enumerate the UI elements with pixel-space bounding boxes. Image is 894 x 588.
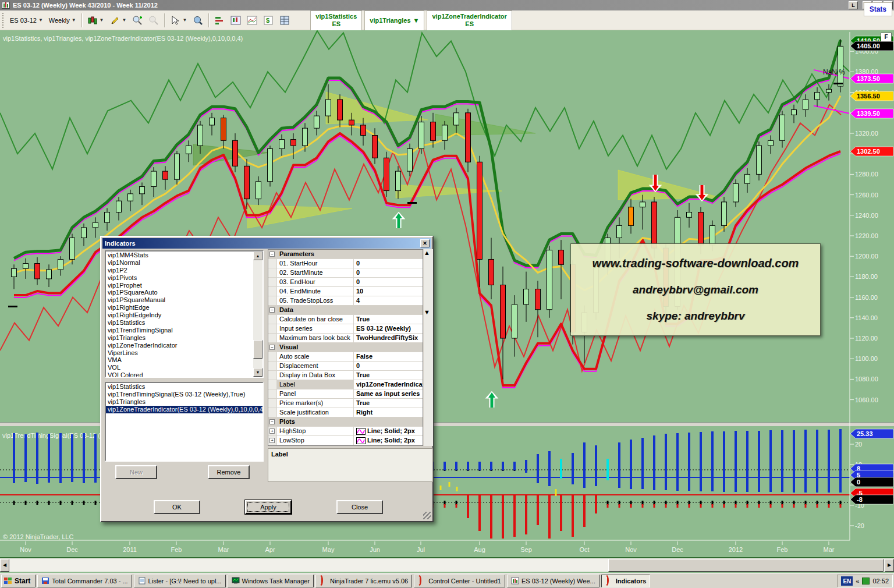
list-item[interactable]: vip1Prophet [106,282,262,289]
scroll-down-icon[interactable]: ▼ [253,368,262,377]
list-item[interactable]: vip1Normal [106,259,262,267]
available-indicators-list[interactable]: vip1MM4Statsvip1Normalvip1P2vip1Pivotsvi… [105,250,264,378]
property-row[interactable]: Input seriesES 03-12 (Weekly) [268,324,423,334]
taskbar-button[interactable]: Total Commander 7.03 - ... [37,575,132,587]
cursor-dropdown[interactable]: ▼ [167,13,190,27]
property-row[interactable]: 03. EndHour0 [268,278,423,287]
list-item[interactable]: vip1Pivots [106,274,262,282]
start-button[interactable]: Start [1,575,36,587]
taskbar-button[interactable]: NinjaTrader 7 lic.emu v5.06 [315,575,412,587]
property-row[interactable]: Scale justificationRight [268,408,423,417]
property-row[interactable]: 04. EndMinute10 [268,287,423,296]
tab-vip1triangles[interactable]: vip1Triangles▼ [364,10,424,30]
property-row[interactable]: Display in Data BoxTrue [268,371,423,380]
chart-hscrollbar[interactable]: ◀ ▶ [0,557,894,572]
list-item[interactable]: vip1RightEdgeIndy [106,311,262,319]
property-grid[interactable]: −Parameters01. StartHour002. StartMinute… [268,249,423,446]
property-row[interactable]: 05. TradeStopLoss4 [268,296,423,306]
property-row[interactable]: 02. StartMinute0 [268,268,423,278]
period-dropdown[interactable]: Weekly▼ [46,13,79,27]
plot-style-icon [356,437,366,444]
property-row[interactable]: Maximum bars look backTwoHundredFiftySix [268,334,423,343]
list-item[interactable]: vip1PSquareManual [106,296,262,304]
chart-panel-button[interactable] [228,13,244,27]
draw-tool-dropdown[interactable]: ▼ [107,13,130,27]
tab-stats[interactable]: Stats [864,2,892,16]
chart-style-dropdown[interactable]: ▼ [84,13,107,27]
list-item[interactable]: vip1MM4Stats [106,252,262,259]
property-section[interactable]: −Data [268,306,423,315]
bars-panel-button[interactable] [211,13,228,27]
property-section[interactable]: −Plots [268,417,423,427]
scroll-thumb[interactable] [424,256,433,309]
list-item[interactable]: vip1TrendTimingSignal [106,327,262,334]
list-item[interactable]: vip1P2 [106,267,262,274]
list-item[interactable]: VOL [106,364,262,371]
chevron-down-icon: ▼ [182,17,187,23]
hscroll-thumb[interactable] [608,559,884,572]
list-item[interactable]: vip1PSquareAuto [106,289,262,296]
taskbar-button[interactable]: Indicators [601,575,651,587]
taskbar-button[interactable]: Lister - [G:\! Need to upl... [134,575,226,587]
taskbar-button[interactable]: Control Center - Untitled1 [414,575,505,587]
scroll-thumb[interactable] [253,340,262,359]
magnifier-button[interactable] [190,13,206,27]
focus-button[interactable]: F [881,33,892,42]
list-item[interactable]: ViperLines [106,349,262,357]
property-row[interactable]: +HighStopLine; Solid; 2px [268,427,423,436]
property-row[interactable]: Displacement0 [268,362,423,371]
property-row[interactable]: 01. StartHour0 [268,259,423,268]
scroll-down-icon[interactable]: ▼ [424,309,433,316]
configured-indicators-list[interactable]: vip1Statisticsvip1TrendTimingSignal(ES 0… [105,382,264,462]
list-item[interactable]: vip1Statistics [106,319,262,327]
dialog-titlebar[interactable]: Indicators ✕ [102,238,431,249]
region-chart-button[interactable] [244,13,260,27]
scroll-up-icon[interactable]: ▲ [424,249,433,256]
scroll-up-icon[interactable]: ▲ [253,252,262,260]
taskbar-button[interactable]: ES 03-12 (Weekly) Wee... [507,575,599,587]
list-item[interactable]: vip1TrendTimingSignal(ES 03-12 (Weekly),… [106,391,262,398]
list-item[interactable]: VMA [106,356,262,364]
tab-vip1zonetraderindicator[interactable]: vip1ZoneTraderIndicatorES [427,10,512,30]
list-item[interactable]: vip1Triangles [106,398,262,406]
list-item[interactable]: VOLColored [106,371,262,378]
property-row[interactable]: Labelvip1ZoneTraderIndicat [268,380,423,389]
remove-button[interactable]: Remove [208,465,250,479]
close-button[interactable]: Close [336,500,383,514]
list-item[interactable]: vip1ZoneTraderIndicator(ES 03-12 (Weekly… [106,406,262,413]
list-item[interactable]: vip1RightEdge [106,304,262,311]
tab-vip1statistics[interactable]: vip1StatisticsES [310,10,362,30]
list-scrollbar[interactable]: ▲ ▼ [253,252,262,377]
dialog-title: Indicators [105,240,136,247]
data-grid-button[interactable] [276,13,293,27]
zoom-in-button[interactable] [129,13,146,27]
instrument-dropdown[interactable]: ES 03-12▼ [7,13,46,27]
tray-app-icon[interactable] [862,578,870,585]
svg-text:NaN %: NaN % [823,68,845,76]
grid-scrollbar[interactable]: ▲ ▼ [424,249,433,446]
list-item[interactable]: vip1Triangles [106,334,262,342]
property-section[interactable]: −Parameters [268,250,423,259]
dialog-close-icon[interactable]: ✕ [420,239,430,247]
property-row[interactable]: Auto scaleFalse [268,352,423,362]
resize-grip[interactable] [423,512,431,519]
property-row[interactable]: PanelSame as input series [268,389,423,399]
list-item[interactable]: vip1Statistics [106,383,262,391]
property-row[interactable]: +LowStopLine; Solid; 2px [268,436,423,445]
link-button[interactable]: L [849,1,858,9]
taskbar-button[interactable]: Windows Task Manager [228,575,314,587]
scroll-right-icon[interactable]: ▶ [885,559,894,572]
ok-button[interactable]: OK [154,500,200,514]
svg-text:20: 20 [855,441,862,448]
list-item[interactable]: vip1ZoneTraderIndicator [106,342,262,349]
scroll-left-icon[interactable]: ◀ [0,559,9,572]
account-button[interactable]: $ [260,13,276,27]
apply-button[interactable]: Apply [245,500,292,514]
toolbar-grip[interactable] [2,13,5,28]
property-section[interactable]: −Visual [268,343,423,352]
property-row[interactable]: Price marker(s)True [268,399,423,408]
property-row[interactable]: Calculate on bar closeTrue [268,315,423,324]
language-indicator[interactable]: EN [841,576,853,586]
ninja-icon [418,577,426,585]
tray-chevron-icon[interactable]: « [856,578,859,585]
